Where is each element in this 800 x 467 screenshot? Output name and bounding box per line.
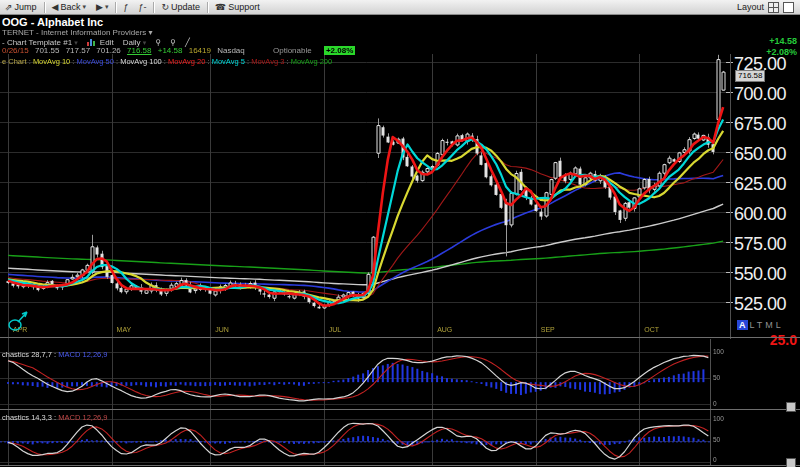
back-caret-icon[interactable]: ▾: [83, 3, 87, 11]
pane-divider[interactable]: [0, 337, 800, 338]
quote-change: +14.58: [158, 46, 183, 55]
toolbar-separator: [44, 2, 45, 13]
support-button[interactable]: ☎ Support: [210, 1, 265, 14]
price-axis-label: 575.00: [734, 234, 786, 255]
quote-close: 716.58: [127, 46, 151, 55]
quote-low: 701.26: [96, 46, 120, 55]
function-sub-icon: ƒ-: [138, 2, 146, 12]
forward-button[interactable]: ▶ ▾: [91, 1, 113, 14]
stochastic2-name: chastics 14,3,3 :: [2, 413, 56, 422]
jump-button[interactable]: ⇗ Jump: [0, 1, 42, 14]
stochastic1-name: chastics 28,7,7 :: [2, 350, 56, 359]
symbol-title: OOG - Alphabet Inc: [2, 16, 103, 28]
industry-caret-icon: ▾: [149, 28, 153, 37]
industry-label: TERNET - Internet Information Providers: [2, 28, 146, 37]
month-label: SEP: [541, 326, 555, 333]
forward-icon: ▶: [96, 2, 103, 12]
update-icon: ↻: [161, 2, 169, 12]
quote-volume: 16419: [189, 46, 211, 55]
quote-date: 0/26/15: [2, 46, 29, 55]
last-price-tag: 716.58: [735, 70, 765, 82]
toolbar-separator: [207, 2, 208, 13]
legend-item[interactable]: e Chart: [2, 57, 27, 66]
stochastic1-macd: MACD 12,26,9: [58, 350, 107, 359]
back-label: Back: [60, 2, 80, 12]
month-label: OCT: [644, 326, 659, 333]
update-label: Update: [171, 2, 200, 12]
price-axis-label: 650.00: [734, 144, 786, 165]
change-percent: +2.08%: [766, 47, 797, 57]
support-icon: ☎: [215, 2, 226, 12]
legend-item[interactable]: MovAvg 20: [168, 57, 205, 66]
quote-data-line: 0/26/15 701.55 717.57 701.26 716.58 +14.…: [2, 46, 359, 55]
quote-high: 717.57: [66, 46, 90, 55]
pane-resize-handle[interactable]: [786, 402, 796, 412]
forward-caret-icon[interactable]: ▾: [105, 3, 109, 11]
month-label: MAY: [117, 326, 132, 333]
pane-scale-label: 50: [713, 374, 720, 381]
main-chart-canvas[interactable]: [0, 54, 733, 339]
month-label: AUG: [437, 326, 452, 333]
indicator-red-value: 25.0: [770, 332, 797, 348]
jump-icon: ⇗: [5, 2, 13, 12]
legend-item[interactable]: MovAvg 3: [251, 57, 284, 66]
scale-arithmetic-button[interactable]: A: [737, 320, 748, 330]
chart-cursor-icon: [5, 310, 31, 332]
back-button[interactable]: ◀ Back ▾: [47, 1, 91, 14]
pane-scale-label: 0: [713, 400, 717, 407]
pane-scale-label: 0: [713, 456, 717, 463]
price-axis-label: 625.00: [734, 174, 786, 195]
month-label: JUN: [215, 326, 229, 333]
layout-grid-icon[interactable]: [768, 2, 779, 13]
scale-mode-buttons[interactable]: A LTML: [737, 320, 784, 330]
pane-scale-label: 100: [713, 415, 724, 422]
function-icon: ƒ: [123, 2, 128, 12]
scale-other-buttons[interactable]: LTML: [750, 320, 784, 330]
pane-scale-label: 50: [713, 436, 720, 443]
legend-item[interactable]: MovAvg 10: [33, 57, 70, 66]
period-caret-icon: ▾: [143, 39, 147, 46]
price-axis-label: 550.00: [734, 264, 786, 285]
change-absolute: +14.58: [769, 36, 797, 46]
chart-bars-icon: [87, 39, 95, 46]
month-label: JUL: [329, 326, 341, 333]
legend-item[interactable]: MovAvg 100: [120, 57, 162, 66]
jump-label: Jump: [15, 2, 37, 12]
stochastic2-label[interactable]: chastics 14,3,3 : MACD 12,26,9: [2, 413, 108, 422]
pane-resize-handle[interactable]: [786, 458, 796, 467]
legend-item[interactable]: MovAvg 50: [77, 57, 114, 66]
layout-label: Layout: [737, 2, 764, 12]
pane-divider[interactable]: [0, 465, 800, 466]
support-label: Support: [228, 2, 260, 12]
optionable-label: Optionable: [273, 46, 312, 55]
update-button[interactable]: ↻ Update: [156, 1, 205, 14]
price-axis-label: 600.00: [734, 204, 786, 225]
quote-exchange: Nasdaq: [217, 46, 245, 55]
stochastic2-macd: MACD 12,26,9: [58, 413, 107, 422]
template-caret-icon: ▾: [74, 39, 78, 46]
layout-single-icon[interactable]: [783, 2, 794, 13]
legend-item[interactable]: MovAvg 200: [291, 57, 333, 66]
industry-link[interactable]: TERNET - Internet Information Providers …: [2, 28, 153, 37]
pane-scale-label: 100: [713, 348, 724, 355]
indicator-legend: e Chart : MovAvg 10 : MovAvg 50 : MovAvg…: [2, 57, 332, 66]
quote-open: 701.55: [35, 46, 59, 55]
back-icon: ◀: [52, 2, 59, 12]
function-sub-button[interactable]: ƒ-: [133, 1, 151, 14]
price-axis-label: 700.00: [734, 84, 786, 105]
stochastic1-canvas[interactable]: [0, 339, 733, 409]
tc2000-window: { "toolbar": { "jump":{"icon":"⇗","label…: [0, 0, 800, 467]
pane-divider[interactable]: [0, 409, 800, 410]
stochastic2-canvas[interactable]: [0, 410, 733, 466]
toolbar-separator: [153, 2, 154, 13]
price-axis-label: 675.00: [734, 114, 786, 135]
toolbar: ⇗ Jump ◀ Back ▾ ▶ ▾ ƒ ƒ- ↻ Update ☎ Supp…: [0, 0, 800, 15]
function-button[interactable]: ƒ: [118, 1, 133, 14]
legend-item[interactable]: MovAvg 5: [212, 57, 245, 66]
stochastic1-label[interactable]: chastics 28,7,7 : MACD 12,26,9: [2, 350, 108, 359]
price-axis-label: 525.00: [734, 294, 786, 315]
toolbar-separator: [115, 2, 116, 13]
percent-change-badge: +2.08%: [324, 46, 355, 55]
